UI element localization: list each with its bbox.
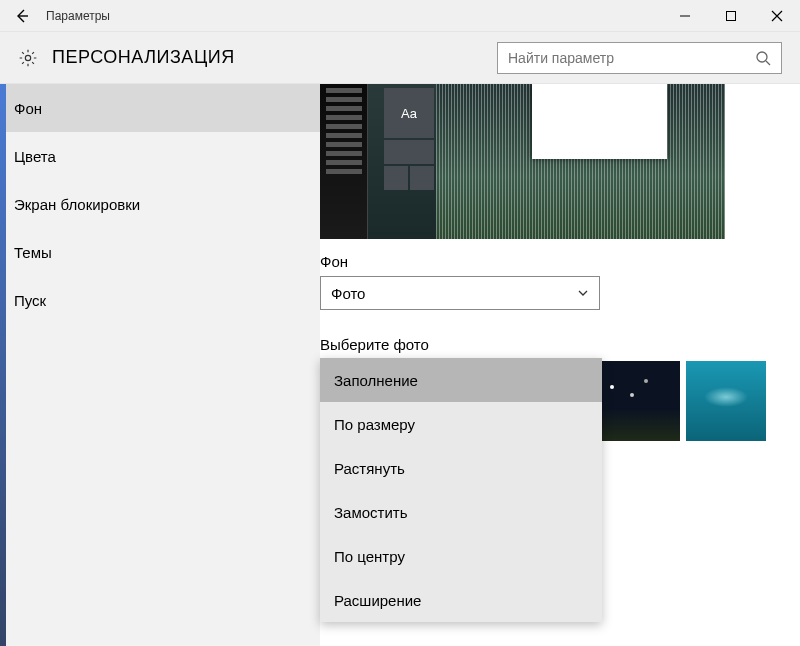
fit-dropdown-menu: Заполнение По размеру Растянуть Замостит…	[320, 358, 602, 622]
titlebar-left: Параметры	[0, 6, 110, 26]
fit-option-label: Заполнение	[334, 372, 418, 389]
minimize-icon	[679, 10, 691, 22]
maximize-icon	[725, 10, 737, 22]
close-icon	[771, 10, 783, 22]
photo-thumb[interactable]	[600, 361, 680, 441]
preview-tile	[410, 166, 434, 190]
fit-option-fit[interactable]: По размеру	[320, 402, 602, 446]
window-controls	[662, 0, 800, 32]
arrow-left-icon	[14, 8, 30, 24]
header-left: ПЕРСОНАЛИЗАЦИЯ	[18, 47, 235, 68]
minimize-button[interactable]	[662, 0, 708, 32]
body-area: Фон Цвета Экран блокировки Темы Пуск	[0, 84, 800, 646]
fit-option-label: По размеру	[334, 416, 415, 433]
fit-option-label: Замостить	[334, 504, 408, 521]
fit-option-span[interactable]: Расширение	[320, 578, 602, 622]
sidebar: Фон Цвета Экран блокировки Темы Пуск	[0, 84, 320, 646]
gear-icon	[18, 48, 38, 68]
svg-point-2	[757, 52, 767, 62]
sidebar-item-label: Экран блокировки	[14, 196, 140, 213]
search-icon	[755, 50, 771, 66]
background-label: Фон	[320, 253, 800, 270]
header: ПЕРСОНАЛИЗАЦИЯ	[0, 32, 800, 84]
fit-option-stretch[interactable]: Растянуть	[320, 446, 602, 490]
sidebar-item-themes[interactable]: Темы	[0, 228, 320, 276]
photo-thumb[interactable]	[686, 361, 766, 441]
settings-window: Параметры ПЕРСОНАЛИЗАЦИЯ	[0, 0, 800, 646]
back-button[interactable]	[12, 6, 32, 26]
decorative-edge	[0, 84, 6, 646]
choose-photo-label: Выберите фото	[320, 336, 800, 353]
preview-sample-window	[532, 84, 667, 159]
sidebar-item-label: Темы	[14, 244, 52, 261]
sidebar-item-label: Цвета	[14, 148, 56, 165]
sidebar-item-lockscreen[interactable]: Экран блокировки	[0, 180, 320, 228]
fit-option-fill[interactable]: Заполнение	[320, 358, 602, 402]
sidebar-item-colors[interactable]: Цвета	[0, 132, 320, 180]
close-button[interactable]	[754, 0, 800, 32]
dropdown-value: Фото	[331, 285, 365, 302]
preview-start-items	[326, 88, 362, 178]
fit-option-center[interactable]: По центру	[320, 534, 602, 578]
search-input[interactable]	[508, 50, 755, 66]
preview-tile-text: Aa	[401, 106, 417, 121]
window-title: Параметры	[46, 9, 110, 23]
page-title: ПЕРСОНАЛИЗАЦИЯ	[52, 47, 235, 68]
background-dropdown[interactable]: Фото	[320, 276, 600, 310]
desktop-preview: Aa	[320, 84, 725, 239]
search-box[interactable]	[497, 42, 782, 74]
chevron-down-icon	[577, 287, 589, 299]
sidebar-item-background[interactable]: Фон	[0, 84, 320, 132]
fit-option-tile[interactable]: Замостить	[320, 490, 602, 534]
sidebar-item-start[interactable]: Пуск	[0, 276, 320, 324]
sidebar-item-label: Фон	[14, 100, 42, 117]
svg-point-1	[25, 55, 30, 60]
sidebar-item-label: Пуск	[14, 292, 46, 309]
preview-tile-aa: Aa	[384, 88, 434, 138]
fit-option-label: Расширение	[334, 592, 421, 609]
content-wrap: Aa Фон Фото Выберите фот	[320, 84, 800, 441]
preview-tile	[384, 140, 434, 164]
svg-rect-0	[727, 11, 736, 20]
maximize-button[interactable]	[708, 0, 754, 32]
titlebar: Параметры	[0, 0, 800, 32]
preview-start-panel	[320, 84, 368, 239]
content: Aa Фон Фото Выберите фот	[320, 84, 800, 646]
fit-option-label: Растянуть	[334, 460, 405, 477]
preview-tile	[384, 166, 408, 190]
fit-option-label: По центру	[334, 548, 405, 565]
